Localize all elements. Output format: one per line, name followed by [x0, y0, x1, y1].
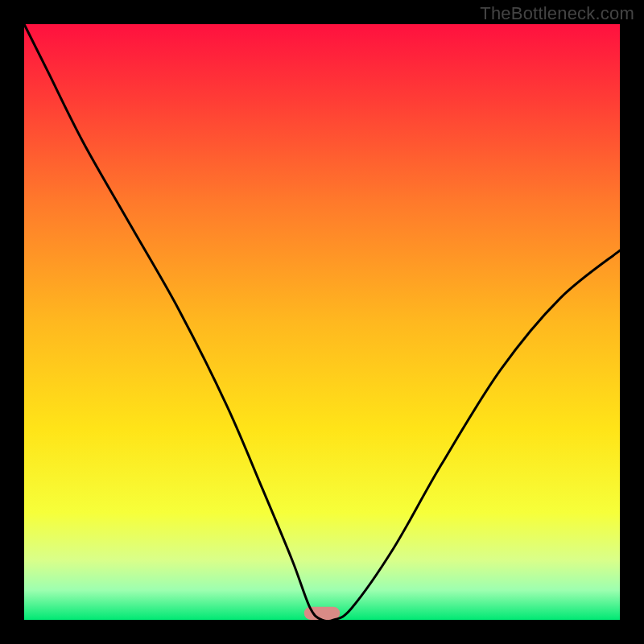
watermark-text: TheBottleneck.com [480, 3, 634, 24]
bottleneck-chart [0, 0, 644, 644]
plot-background [24, 24, 620, 620]
chart-frame: TheBottleneck.com [0, 0, 644, 644]
